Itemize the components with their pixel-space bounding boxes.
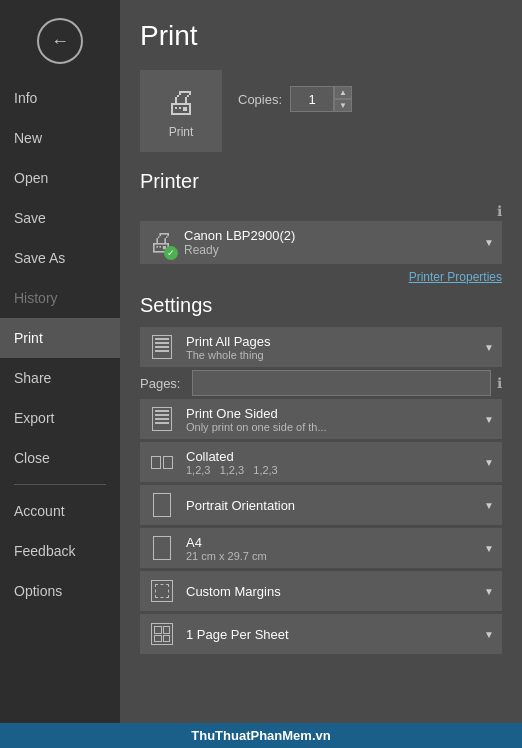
printer-info-icon[interactable]: ℹ [497, 203, 502, 219]
sidebar-item-print[interactable]: Print [0, 318, 120, 358]
page-title: Print [140, 20, 502, 52]
printer-status: Ready [184, 243, 478, 257]
setting-print-all-pages[interactable]: Print All Pages The whole thing ▼ [140, 327, 502, 367]
pages-row: Pages: ℹ [140, 370, 502, 396]
printer-select-row[interactable]: 🖨 ✓ Canon LBP2900(2) Ready ▼ [140, 221, 502, 264]
pages-info-icon[interactable]: ℹ [497, 375, 502, 391]
sidebar-item-save-as[interactable]: Save As [0, 238, 120, 278]
copies-spinner: ▲ ▼ [334, 86, 352, 112]
portrait-main: Portrait Orientation [186, 498, 478, 513]
back-button[interactable]: ← [37, 18, 83, 64]
setting-page-per-sheet[interactable]: 1 Page Per Sheet ▼ [140, 614, 502, 654]
sidebar-item-history[interactable]: History [0, 278, 120, 318]
setting-a4[interactable]: A4 21 cm x 29.7 cm ▼ [140, 528, 502, 568]
print-header-right: Copies: ▲ ▼ [238, 70, 352, 112]
sidebar-divider [14, 484, 106, 485]
print-one-sided-text: Print One Sided Only print on one side o… [186, 406, 478, 433]
collated-icon [148, 448, 176, 476]
copies-row: Copies: ▲ ▼ [238, 86, 352, 112]
custom-margins-text: Custom Margins [186, 584, 478, 599]
setting-custom-margins[interactable]: Custom Margins ▼ [140, 571, 502, 611]
custom-margins-arrow: ▼ [484, 586, 494, 597]
printer-name: Canon LBP2900(2) [184, 228, 478, 243]
printer-icon-wrap: 🖨 ✓ [148, 227, 174, 258]
print-one-sided-main: Print One Sided [186, 406, 478, 421]
print-one-sided-arrow: ▼ [484, 414, 494, 425]
print-one-sided-sub: Only print on one side of th... [186, 421, 478, 433]
portrait-icon [148, 491, 176, 519]
page-per-sheet-arrow: ▼ [484, 629, 494, 640]
page-per-sheet-main: 1 Page Per Sheet [186, 627, 478, 642]
sidebar-item-share[interactable]: Share [0, 358, 120, 398]
print-all-pages-main: Print All Pages [186, 334, 478, 349]
sidebar-item-new[interactable]: New [0, 118, 120, 158]
settings-section: Settings Print All Pages The whole thing… [140, 294, 502, 654]
portrait-arrow: ▼ [484, 500, 494, 511]
print-one-sided-icon [148, 405, 176, 433]
collated-sub: 1,2,3 1,2,3 1,2,3 [186, 464, 478, 476]
a4-text: A4 21 cm x 29.7 cm [186, 535, 478, 562]
watermark-bar: ThuThuatPhanMem.vn [0, 723, 522, 748]
sidebar-item-save[interactable]: Save [0, 198, 120, 238]
printer-icon: 🖨 [165, 84, 197, 121]
print-button-label: Print [169, 125, 194, 139]
print-all-pages-icon [148, 333, 176, 361]
collated-text: Collated 1,2,3 1,2,3 1,2,3 [186, 449, 478, 476]
copies-increment[interactable]: ▲ [334, 86, 352, 99]
sidebar-item-export[interactable]: Export [0, 398, 120, 438]
page-per-sheet-icon [148, 620, 176, 648]
a4-sub: 21 cm x 29.7 cm [186, 550, 478, 562]
sidebar: ← Info New Open Save Save As History Pri… [0, 0, 120, 748]
setting-collated[interactable]: Collated 1,2,3 1,2,3 1,2,3 ▼ [140, 442, 502, 482]
print-all-pages-text: Print All Pages The whole thing [186, 334, 478, 361]
sidebar-item-feedback[interactable]: Feedback [0, 531, 120, 571]
watermark-text: ThuThuatPhanMem.vn [191, 728, 330, 743]
sidebar-item-close[interactable]: Close [0, 438, 120, 478]
copies-decrement[interactable]: ▼ [334, 99, 352, 112]
printer-ready-badge: ✓ [164, 246, 178, 260]
collated-main: Collated [186, 449, 478, 464]
print-all-pages-sub: The whole thing [186, 349, 478, 361]
sidebar-item-account[interactable]: Account [0, 491, 120, 531]
printer-properties-link[interactable]: Printer Properties [140, 270, 502, 284]
main-content: Print 🖨 Print Copies: ▲ ▼ Printer ℹ [120, 0, 522, 748]
setting-portrait[interactable]: Portrait Orientation ▼ [140, 485, 502, 525]
custom-margins-main: Custom Margins [186, 584, 478, 599]
copies-input-wrap: ▲ ▼ [290, 86, 352, 112]
pages-label: Pages: [140, 376, 192, 391]
printer-info-row: ℹ [140, 203, 502, 219]
a4-icon [148, 534, 176, 562]
sidebar-item-open[interactable]: Open [0, 158, 120, 198]
print-all-pages-arrow: ▼ [484, 342, 494, 353]
page-per-sheet-text: 1 Page Per Sheet [186, 627, 478, 642]
pages-input[interactable] [192, 370, 491, 396]
setting-print-one-sided[interactable]: Print One Sided Only print on one side o… [140, 399, 502, 439]
print-icon-box[interactable]: 🖨 Print [140, 70, 222, 152]
printer-text: Canon LBP2900(2) Ready [184, 228, 478, 257]
sidebar-item-info[interactable]: Info [0, 78, 120, 118]
a4-arrow: ▼ [484, 543, 494, 554]
copies-label: Copies: [238, 92, 282, 107]
printer-section-title: Printer [140, 170, 502, 193]
copies-input[interactable] [290, 86, 334, 112]
portrait-text: Portrait Orientation [186, 498, 478, 513]
print-header-row: 🖨 Print Copies: ▲ ▼ [140, 70, 502, 152]
printer-dropdown-arrow: ▼ [484, 237, 494, 248]
a4-main: A4 [186, 535, 478, 550]
collated-arrow: ▼ [484, 457, 494, 468]
custom-margins-icon [148, 577, 176, 605]
sidebar-item-options[interactable]: Options [0, 571, 120, 611]
settings-section-title: Settings [140, 294, 502, 317]
printer-section: Printer ℹ 🖨 ✓ Canon LBP2900(2) Ready ▼ P… [140, 170, 502, 284]
